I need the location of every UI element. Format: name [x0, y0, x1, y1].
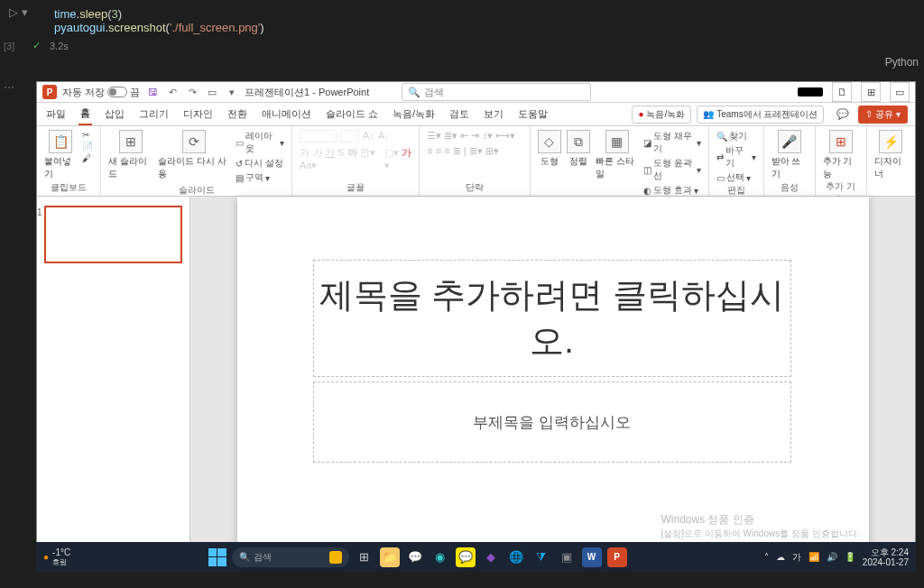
qat-dropdown-icon[interactable]: ▾: [225, 85, 239, 99]
new-slide-icon: ⊞: [119, 130, 143, 153]
tab-home[interactable]: 홈: [79, 103, 92, 125]
tab-slideshow[interactable]: 슬라이드 쇼: [324, 104, 380, 124]
ribbon-mode-icon[interactable]: 🗋: [832, 82, 852, 102]
start-button[interactable]: [208, 548, 226, 566]
addins-button[interactable]: ⊞추가 기능: [823, 130, 859, 180]
section-button[interactable]: ▤ 구역 ▾: [236, 171, 284, 184]
quick-styles-icon: ▦: [605, 130, 629, 153]
dictate-button[interactable]: 🎤받아 쓰기: [772, 130, 808, 180]
more-icon[interactable]: ⋯: [4, 81, 14, 94]
quick-styles-button[interactable]: ▦빠른 스타일: [596, 130, 638, 180]
editor-body: 1 제목을 추가하려면 클릭하십시오. 부제목을 입력하십시오 Windows …: [37, 197, 915, 553]
terminal-icon[interactable]: ▣: [557, 547, 577, 567]
reset-button[interactable]: ↺ 다시 설정: [236, 157, 284, 170]
tab-animations[interactable]: 애니메이션: [260, 104, 313, 124]
ribbon: 📋붙여넣기 ✂ 📄 🖌 클립보드 ⊞새 슬라이드 ⟳슬라이드 다시 사용 ▭ 레…: [37, 126, 915, 197]
run-cell-icon[interactable]: ▷ ▾: [9, 5, 28, 19]
windows-taskbar: ● -1°C흐림 🔍검색 ⊞ 📁 💬 ◉ 💬 ◆ 🌐 ⧩ ▣ W P ˄ ☁ 가…: [36, 542, 916, 572]
teams-icon: 👥: [703, 109, 714, 119]
arrange-button[interactable]: ⧉정렬: [567, 130, 590, 168]
new-slide-button[interactable]: ⊞새 슬라이드: [108, 130, 152, 180]
search-highlight-icon: [329, 551, 342, 564]
titlebar: P 자동 저장 끔 🖫 ↶ ↷ ▭ ▾ 프레젠테이션1 - PowerPoint…: [37, 82, 915, 103]
collapse-ribbon-icon[interactable]: ▭: [890, 82, 910, 102]
vscode-icon[interactable]: ⧩: [531, 547, 551, 567]
shapes-button[interactable]: ◇도형: [538, 130, 561, 168]
redo-icon[interactable]: ↷: [185, 85, 199, 99]
powerpoint-taskbar-icon[interactable]: P: [607, 547, 627, 567]
wifi-icon[interactable]: 📶: [808, 552, 819, 562]
format-painter-icon[interactable]: 🖌: [82, 153, 93, 163]
replace-button[interactable]: ⇄ 바꾸기 ▾: [716, 144, 756, 170]
tab-transitions[interactable]: 전환: [226, 104, 249, 124]
battery-icon[interactable]: 🔋: [845, 552, 855, 562]
minimize-ribbon-icon[interactable]: ⊞: [861, 82, 881, 102]
tab-file[interactable]: 파일: [44, 104, 68, 124]
cell-index: [3]: [4, 41, 14, 51]
chevron-up-icon[interactable]: ˄: [764, 552, 769, 562]
edge-icon[interactable]: ◉: [430, 547, 450, 567]
tab-review[interactable]: 검토: [448, 104, 471, 124]
onedrive-icon[interactable]: ☁: [776, 552, 785, 562]
font-size-select[interactable]: [340, 130, 359, 142]
app-icon[interactable]: ◆: [481, 547, 501, 567]
code-cell: ▷ ▾ time.sleep(3) pyautogui.screenshot('…: [0, 0, 924, 36]
comments-icon[interactable]: 💬: [833, 105, 853, 124]
account-pill[interactable]: [798, 87, 823, 96]
shape-outline-button[interactable]: ◫ 도형 윤곽선 ▾: [643, 157, 701, 182]
designer-button[interactable]: ⚡디자이너: [874, 130, 908, 180]
layout-button[interactable]: ▭ 레이아웃 ▾: [236, 130, 284, 155]
ime-icon[interactable]: 가: [792, 551, 801, 564]
clock[interactable]: 오후 2:24 2024-01-27: [863, 547, 909, 567]
taskbar-search[interactable]: 🔍검색: [232, 547, 349, 567]
find-button[interactable]: 🔍 찾기: [716, 130, 756, 142]
tab-record[interactable]: 녹음/녹화: [391, 104, 437, 124]
tab-draw[interactable]: 그리기: [137, 104, 171, 124]
toggle-icon[interactable]: [107, 87, 127, 97]
title-placeholder[interactable]: 제목을 추가하려면 클릭하십시오.: [313, 260, 791, 377]
system-tray[interactable]: ˄ ☁ 가 📶 🔊 🔋 오후 2:24 2024-01-27: [764, 547, 909, 567]
exec-time: 3.2s: [50, 41, 69, 51]
undo-icon[interactable]: ↶: [165, 85, 180, 99]
slide: 제목을 추가하려면 클릭하십시오. 부제목을 입력하십시오 Windows 정품…: [237, 197, 869, 553]
group-edit: 🔍 찾기 ⇄ 바꾸기 ▾ ▭ 선택 ▾ 편집: [709, 126, 764, 196]
paste-button[interactable]: 📋붙여넣기: [44, 130, 77, 180]
shape-fill-button[interactable]: ◪ 도형 채우기 ▾: [643, 130, 701, 155]
volume-icon[interactable]: 🔊: [827, 552, 837, 562]
teams-present-button[interactable]: 👥Teams에서 프레젠테이션: [697, 106, 824, 124]
shapes-icon: ◇: [538, 130, 561, 153]
powerpoint-logo-icon: P: [42, 85, 57, 99]
windows-activation-watermark: Windows 정품 인증 [설정]으로 이동하여 Windows를 정품 인증…: [661, 512, 859, 540]
autosave-toggle[interactable]: 자동 저장 끔: [62, 86, 140, 99]
save-icon[interactable]: 🖫: [145, 85, 160, 99]
reuse-slide-button[interactable]: ⟳슬라이드 다시 사용: [158, 130, 230, 180]
slide-canvas[interactable]: 제목을 추가하려면 클릭하십시오. 부제목을 입력하십시오 Windows 정품…: [190, 197, 915, 553]
task-view-icon[interactable]: ⊞: [355, 547, 374, 567]
slide-thumbnails: 1: [37, 197, 190, 553]
share-button[interactable]: ⇧ 공유 ▾: [858, 106, 908, 124]
record-button[interactable]: ●녹음/녹화: [632, 106, 691, 124]
language-label[interactable]: Python: [885, 56, 919, 69]
code-line: pyautogui.screenshot('./full_screen.png'…: [54, 21, 924, 34]
subtitle-placeholder[interactable]: 부제목을 입력하십시오: [313, 381, 791, 463]
slideshow-icon[interactable]: ▭: [205, 85, 219, 99]
tab-design[interactable]: 디자인: [181, 104, 215, 124]
group-drawing: ◇도형 ⧉정렬 ▦빠른 스타일 ◪ 도형 채우기 ▾ ◫ 도형 윤곽선 ▾ ◐ …: [531, 126, 709, 196]
copy-icon[interactable]: 📄: [82, 142, 93, 152]
chrome-icon[interactable]: 🌐: [506, 547, 526, 567]
select-button[interactable]: ▭ 선택 ▾: [716, 171, 756, 184]
font-family-select[interactable]: [300, 130, 337, 142]
kakao-icon[interactable]: 💬: [456, 547, 476, 567]
cut-icon[interactable]: ✂: [82, 130, 93, 140]
explorer-icon[interactable]: 📁: [380, 547, 400, 567]
chat-icon[interactable]: 💬: [405, 547, 425, 567]
ribbon-tabs: 파일 홈 삽입 그리기 디자인 전환 애니메이션 슬라이드 쇼 녹음/녹화 검토…: [37, 103, 915, 126]
search-input[interactable]: 🔍 검색: [402, 83, 591, 101]
tab-help[interactable]: 도움말: [516, 104, 550, 124]
shape-effects-button[interactable]: ◐ 도형 효과 ▾: [643, 184, 701, 197]
thumbnail-slide-1[interactable]: 1: [44, 206, 182, 263]
word-icon[interactable]: W: [582, 547, 602, 567]
weather-widget[interactable]: ● -1°C흐림: [43, 547, 70, 567]
tab-insert[interactable]: 삽입: [103, 104, 126, 124]
tab-view[interactable]: 보기: [482, 104, 505, 124]
